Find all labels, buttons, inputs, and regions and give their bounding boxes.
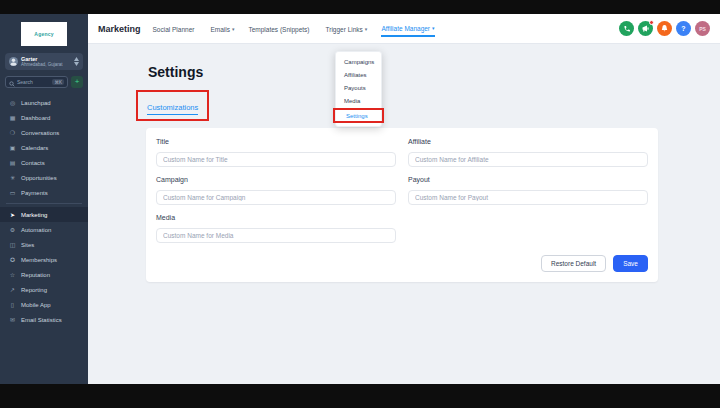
sidebar-item-payments[interactable]: ▭Payments: [0, 185, 88, 200]
agency-logo[interactable]: Agency: [21, 22, 67, 46]
sidebar-item-label: Launchpad: [21, 100, 51, 106]
launchpad-icon: ◎: [9, 99, 16, 106]
sidebar-item-conversations[interactable]: ❍Conversations: [0, 125, 88, 140]
sidebar-item-label: Memberships: [21, 257, 57, 263]
sidebar-item-label: Dashboard: [21, 115, 50, 121]
automation-icon: ⚙: [9, 226, 16, 233]
menu-item-media[interactable]: Media: [336, 94, 381, 107]
sidebar-nav-primary: ◎Launchpad ▦Dashboard ❍Conversations ▣Ca…: [0, 95, 88, 200]
sites-icon: ◫: [9, 241, 16, 248]
chevron-updown-icon: [74, 57, 79, 66]
search-placeholder: Search: [17, 79, 50, 85]
page-title: Settings: [148, 64, 720, 80]
payout-input[interactable]: [408, 190, 648, 205]
sidebar-item-memberships[interactable]: ✪Memberships: [0, 252, 88, 267]
mobile-app-icon: ▯: [9, 301, 16, 308]
dashboard-icon: ▦: [9, 114, 16, 121]
restore-default-button[interactable]: Restore Default: [541, 255, 606, 272]
field-title: Title: [156, 138, 396, 167]
phone-button[interactable]: [619, 21, 634, 36]
tab-trigger-links[interactable]: Trigger Links▾: [326, 22, 368, 36]
affiliate-manager-menu: Campaigns Affiliates Payouts Media Setti…: [335, 51, 382, 127]
main-area: Marketing Social Planner Emails▾ Templat…: [88, 14, 720, 384]
screen: Agency Garter Ahmedabad, Gujarat: [0, 0, 720, 408]
quick-add-button[interactable]: +: [71, 76, 83, 88]
sidebar-item-label: Email Statistics: [21, 317, 62, 323]
search-shortcut-badge: ⌘K: [52, 79, 64, 85]
field-media-label: Media: [156, 214, 396, 221]
menu-item-settings[interactable]: Settings: [335, 110, 382, 121]
profile-avatar[interactable]: PS: [695, 21, 710, 36]
tab-affiliate-manager[interactable]: Affiliate Manager▾: [381, 21, 434, 37]
sidebar-item-marketing[interactable]: ➤Marketing: [0, 207, 88, 222]
menu-item-payouts[interactable]: Payouts: [336, 81, 381, 94]
memberships-icon: ✪: [9, 256, 16, 263]
user-avatar-icon: [9, 57, 18, 66]
sidebar-divider: [6, 203, 82, 204]
announcements-button[interactable]: [638, 21, 653, 36]
tab-social-planner[interactable]: Social Planner: [153, 22, 197, 36]
sidebar-item-email-statistics[interactable]: ✉Email Statistics: [0, 312, 88, 327]
menu-item-campaigns[interactable]: Campaigns: [336, 55, 381, 68]
sidebar-item-label: Calendars: [21, 145, 48, 151]
field-title-label: Title: [156, 138, 396, 145]
tab-templates-snippets[interactable]: Templates (Snippets): [248, 22, 311, 36]
sidebar: Agency Garter Ahmedabad, Gujarat: [0, 14, 88, 384]
payments-icon: ▭: [9, 189, 16, 196]
megaphone-icon: [641, 24, 650, 33]
calendars-icon: ▣: [9, 144, 16, 151]
tab-customizations[interactable]: Customizations: [147, 103, 198, 115]
marketing-subnav: Social Planner Emails▾ Templates (Snippe…: [153, 21, 435, 37]
sidebar-search-row: Search ⌘K +: [5, 76, 83, 88]
customizations-form: Title Affiliate Campaign Payout: [156, 138, 648, 243]
sidebar-item-label: Reputation: [21, 272, 50, 278]
sidebar-item-reputation[interactable]: ☆Reputation: [0, 267, 88, 282]
agency-logo-text: Agency: [34, 31, 53, 37]
help-button[interactable]: ?: [676, 21, 691, 36]
save-button[interactable]: Save: [613, 255, 648, 272]
chevron-down-icon: ▾: [365, 26, 368, 32]
sidebar-item-dashboard[interactable]: ▦Dashboard: [0, 110, 88, 125]
title-input[interactable]: [156, 152, 396, 167]
sidebar-item-label: Sites: [21, 242, 34, 248]
sidebar-item-label: Contacts: [21, 160, 45, 166]
empty-grid-cell: [408, 214, 648, 243]
annotation-box-customizations: Customizations: [136, 90, 209, 121]
contacts-icon: ▤: [9, 159, 16, 166]
chevron-down-icon: ▾: [232, 26, 235, 32]
field-payout-label: Payout: [408, 176, 648, 183]
search-icon: [9, 73, 15, 91]
sidebar-item-automation[interactable]: ⚙Automation: [0, 222, 88, 237]
sidebar-item-mobile-app[interactable]: ▯Mobile App: [0, 297, 88, 312]
sidebar-item-reporting[interactable]: ↗Reporting: [0, 282, 88, 297]
page-section-title: Marketing: [98, 24, 141, 34]
campaign-input[interactable]: [156, 190, 396, 205]
account-switcher[interactable]: Garter Ahmedabad, Gujarat: [5, 53, 83, 70]
tab-emails[interactable]: Emails▾: [210, 22, 234, 36]
sidebar-nav-secondary: ➤Marketing ⚙Automation ◫Sites ✪Membershi…: [0, 207, 88, 327]
settings-page: Settings Customizations Title Affiliate: [88, 44, 720, 384]
field-payout: Payout: [408, 176, 648, 205]
field-affiliate: Affiliate: [408, 138, 648, 167]
search-input[interactable]: Search ⌘K: [5, 76, 68, 88]
card-footer: Restore Default Save: [156, 255, 648, 272]
topbar: Marketing Social Planner Emails▾ Templat…: [88, 14, 720, 44]
app-window: Agency Garter Ahmedabad, Gujarat: [0, 14, 720, 384]
notifications-button[interactable]: [657, 21, 672, 36]
sidebar-item-sites[interactable]: ◫Sites: [0, 237, 88, 252]
user-location: Ahmedabad, Gujarat: [21, 62, 71, 67]
media-input[interactable]: [156, 228, 396, 243]
reporting-icon: ↗: [9, 286, 16, 293]
sidebar-item-calendars[interactable]: ▣Calendars: [0, 140, 88, 155]
field-media: Media: [156, 214, 396, 243]
sidebar-item-launchpad[interactable]: ◎Launchpad: [0, 95, 88, 110]
sidebar-item-opportunities[interactable]: ✳Opportunities: [0, 170, 88, 185]
affiliate-input[interactable]: [408, 152, 648, 167]
sidebar-item-label: Mobile App: [21, 302, 51, 308]
sidebar-item-label: Reporting: [21, 287, 47, 293]
sidebar-item-contacts[interactable]: ▤Contacts: [0, 155, 88, 170]
sidebar-item-label: Automation: [21, 227, 51, 233]
menu-item-affiliates[interactable]: Affiliates: [336, 68, 381, 81]
notification-dot: [649, 20, 654, 25]
sidebar-item-label: Payments: [21, 190, 48, 196]
